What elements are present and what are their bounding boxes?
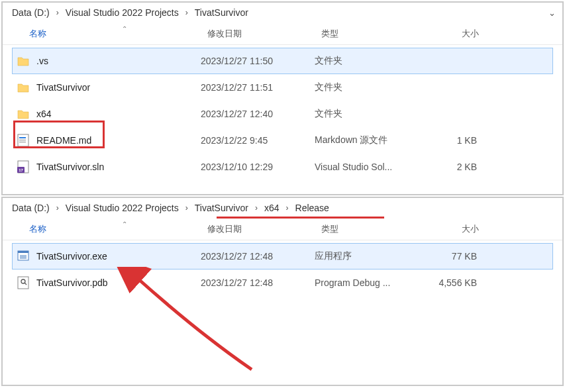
cell-date: 2023/12/27 12:48 [201, 251, 315, 262]
file-row[interactable]: .vs2023/12/27 11:50文件夹 [12, 48, 553, 74]
cell-size: 4,556 KB [421, 277, 484, 288]
folder-icon [15, 79, 31, 95]
crumb-leaf[interactable]: TivatSurvivor [192, 6, 251, 19]
svg-rect-1 [19, 137, 26, 138]
breadcrumb-2[interactable]: Data (D:) › Visual Studio 2022 Projects … [3, 198, 562, 218]
explorer-pane-2: Data (D:) › Visual Studio 2022 Projects … [1, 197, 564, 386]
col-size[interactable]: 大小 [425, 24, 491, 44]
cell-type: Markdown 源文件 [315, 134, 421, 146]
chevron-right-icon: › [185, 8, 188, 17]
cell-type: Program Debug ... [315, 277, 421, 288]
col-type[interactable]: 类型 [319, 219, 425, 239]
folder-icon [15, 53, 31, 69]
cell-type: 文件夹 [315, 108, 421, 120]
col-date[interactable]: 修改日期 [205, 219, 319, 239]
file-name: TivatSurvivor.exe [36, 251, 107, 262]
cell-name: x64 [15, 106, 201, 122]
svg-text:17: 17 [19, 168, 23, 172]
chevron-right-icon: › [185, 203, 188, 213]
file-rows-1: .vs2023/12/27 11:50文件夹TivatSurvivor2023/… [3, 45, 562, 180]
cell-type: 文件夹 [315, 55, 421, 67]
pdb-icon [15, 275, 31, 291]
cell-date: 2023/12/27 12:48 [201, 277, 315, 288]
chevron-right-icon: › [255, 203, 258, 213]
svg-rect-2 [19, 140, 26, 140]
cell-size: 1 KB [421, 135, 484, 146]
file-row[interactable]: README.md2023/12/22 9:45Markdown 源文件1 KB [12, 127, 553, 154]
chevron-right-icon: › [56, 203, 59, 213]
exe-icon [15, 248, 31, 264]
breadcrumb-1[interactable]: Data (D:) › Visual Studio 2022 Projects … [3, 3, 562, 23]
sort-indicator-icon: ⌃ [122, 25, 127, 32]
crumb-p1[interactable]: Visual Studio 2022 Projects [63, 201, 181, 215]
file-name: .vs [36, 56, 48, 66]
sln-icon: 17 [15, 159, 31, 175]
svg-rect-8 [18, 251, 28, 253]
cell-name: README.md [15, 132, 201, 148]
cell-type: Visual Studio Sol... [315, 162, 421, 172]
file-row[interactable]: TivatSurvivor2023/12/27 11:51文件夹 [12, 74, 553, 101]
cell-name: TivatSurvivor.exe [15, 248, 201, 264]
crumb-mid[interactable]: Visual Studio 2022 Projects [63, 6, 181, 19]
cell-date: 2023/12/27 11:51 [201, 82, 315, 93]
folder-icon [15, 106, 31, 122]
crumb-root[interactable]: Data (D:) [9, 201, 52, 215]
col-size[interactable]: 大小 [425, 219, 491, 239]
col-spacer [491, 30, 562, 38]
cell-name: TivatSurvivor.pdb [15, 275, 201, 291]
file-name: TivatSurvivor [36, 82, 90, 93]
file-row[interactable]: 17TivatSurvivor.sln2023/12/10 12:29Visua… [12, 154, 553, 180]
file-row[interactable]: x642023/12/27 12:40文件夹 [12, 101, 553, 127]
file-name: TivatSurvivor.pdb [36, 277, 108, 288]
cell-size: 77 KB [421, 251, 484, 262]
col-spacer [491, 225, 562, 233]
cell-name: 17TivatSurvivor.sln [15, 159, 201, 175]
col-date[interactable]: 修改日期 [205, 24, 319, 44]
crumb-p4[interactable]: Release [293, 201, 332, 215]
col-name[interactable]: 名称 [3, 24, 205, 44]
crumb-p2[interactable]: TivatSurvivor [192, 201, 251, 215]
cell-size: 2 KB [421, 162, 484, 172]
svg-rect-9 [20, 255, 26, 259]
cell-date: 2023/12/27 11:50 [201, 56, 315, 66]
explorer-pane-1: Data (D:) › Visual Studio 2022 Projects … [1, 1, 564, 195]
sort-indicator-icon: ⌃ [122, 220, 127, 228]
cell-name: TivatSurvivor [15, 79, 201, 95]
file-name: README.md [36, 135, 91, 146]
cell-date: 2023/12/22 9:45 [201, 135, 315, 146]
file-rows-2: TivatSurvivor.exe2023/12/27 12:48应用程序77 … [3, 240, 562, 296]
chevron-right-icon: › [56, 8, 59, 17]
cell-name: .vs [15, 53, 201, 69]
file-row[interactable]: TivatSurvivor.exe2023/12/27 12:48应用程序77 … [12, 243, 553, 270]
expand-chevron-icon[interactable]: ⌄ [548, 8, 556, 18]
cell-date: 2023/12/27 12:40 [201, 109, 315, 119]
file-name: TivatSurvivor.sln [36, 162, 104, 172]
svg-rect-10 [18, 277, 28, 289]
annotation-red-underline [217, 217, 384, 219]
svg-rect-3 [19, 142, 26, 142]
chevron-right-icon: › [286, 203, 289, 213]
column-headers-2: 名称 修改日期 类型 大小 [3, 218, 562, 240]
cell-type: 文件夹 [315, 81, 421, 93]
file-row[interactable]: TivatSurvivor.pdb2023/12/27 12:48Program… [12, 270, 553, 296]
cell-type: 应用程序 [315, 250, 421, 262]
file-name: x64 [36, 109, 52, 119]
column-headers-1: 名称 修改日期 类型 大小 [3, 23, 562, 45]
col-type[interactable]: 类型 [319, 24, 425, 44]
md-icon [15, 132, 31, 148]
crumb-p3[interactable]: x64 [262, 201, 282, 215]
crumb-root[interactable]: Data (D:) [9, 6, 52, 19]
col-name[interactable]: 名称 [3, 219, 205, 239]
cell-date: 2023/12/10 12:29 [201, 162, 315, 172]
